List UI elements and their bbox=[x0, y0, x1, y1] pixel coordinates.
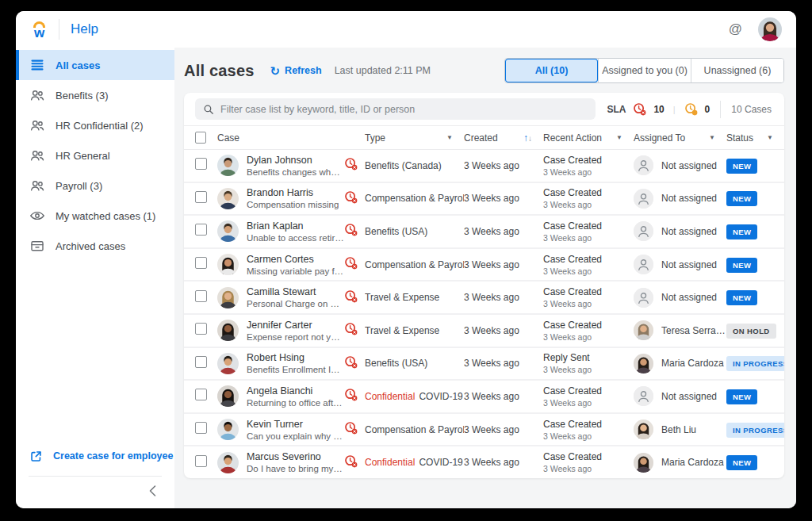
collapse-sidebar-button[interactable] bbox=[16, 485, 174, 497]
people-icon bbox=[29, 147, 45, 163]
sidebar-item-label: All cases bbox=[56, 59, 100, 71]
status-badge: ON HOLD bbox=[726, 324, 776, 339]
employee-avatar bbox=[217, 188, 239, 209]
vertical-divider bbox=[720, 101, 721, 118]
table-row[interactable]: Dylan Johnson Benefits changes when I ge… bbox=[184, 150, 784, 183]
table-row[interactable]: Angela Bianchi Returning to office after… bbox=[184, 381, 784, 414]
sla-missed-icon bbox=[344, 355, 358, 369]
case-subject: Can you explain why my bonus ... bbox=[247, 431, 344, 441]
last-updated-text: Last updated 2:11 PM bbox=[335, 65, 431, 76]
main-area: All cases ↻ Refresh Last updated 2:11 PM… bbox=[174, 48, 796, 508]
sla-separator: | bbox=[672, 105, 677, 114]
created-value: 3 Weeks ago bbox=[464, 457, 543, 468]
case-list-card: SLA 10 | bbox=[184, 93, 784, 478]
column-header-created[interactable]: Created↑↓ bbox=[464, 132, 543, 144]
column-header-case[interactable]: Case bbox=[217, 132, 344, 144]
sidebar-item-my-watched-cases-1[interactable]: My watched cases (1) bbox=[16, 201, 174, 231]
table-row[interactable]: Jennifer Carter Expense report not yet p… bbox=[184, 315, 784, 348]
recent-action: Case Created bbox=[543, 451, 634, 462]
refresh-icon: ↻ bbox=[270, 65, 281, 77]
table-row[interactable]: Camilla Stewart Personal Charge on Credi… bbox=[184, 282, 784, 315]
column-header-type[interactable]: Type▼ bbox=[365, 132, 464, 144]
assignee-avatar bbox=[634, 189, 653, 209]
sla-missed-icon bbox=[344, 157, 358, 170]
row-checkbox[interactable] bbox=[195, 323, 207, 335]
assignee-avatar bbox=[634, 255, 653, 274]
filter-caret-icon[interactable]: ▼ bbox=[616, 134, 622, 141]
profile-avatar[interactable] bbox=[758, 17, 782, 41]
row-checkbox[interactable] bbox=[195, 191, 207, 203]
search-icon bbox=[203, 104, 214, 115]
sidebar-item-hr-confidential-2[interactable]: HR Confidential (2) bbox=[16, 110, 174, 140]
filter-caret-icon[interactable]: ▼ bbox=[767, 134, 773, 141]
employee-name: Kevin Turner bbox=[247, 419, 344, 430]
case-type: Compensation & Payroll bbox=[365, 259, 464, 270]
refresh-button[interactable]: ↻ Refresh bbox=[270, 65, 322, 77]
column-header-recent-action[interactable]: Recent Action▼ bbox=[543, 132, 634, 144]
status-badge: NEW bbox=[726, 455, 757, 470]
row-checkbox[interactable] bbox=[195, 356, 207, 368]
table-row[interactable]: Robert Hsing Benefits Enrollment Issues … bbox=[184, 348, 784, 381]
status-badge: IN PROGRESS bbox=[726, 423, 784, 438]
row-checkbox[interactable] bbox=[195, 290, 207, 302]
assignee-avatar bbox=[634, 419, 653, 439]
recent-action: Reply Sent bbox=[543, 352, 634, 363]
refresh-label: Refresh bbox=[285, 65, 322, 76]
recent-action: Case Created bbox=[543, 254, 634, 265]
sidebar-item-label: Payroll (3) bbox=[56, 180, 102, 192]
assignee-name: Not assigned bbox=[661, 259, 717, 270]
tab-all-10[interactable]: All (10) bbox=[505, 59, 598, 82]
row-checkbox[interactable] bbox=[195, 257, 207, 269]
row-checkbox[interactable] bbox=[195, 455, 207, 467]
search-box[interactable] bbox=[195, 98, 596, 120]
sort-icon[interactable]: ↑↓ bbox=[523, 133, 532, 143]
sidebar-item-payroll-3[interactable]: Payroll (3) bbox=[16, 170, 174, 201]
sidebar-item-label: Benefits (3) bbox=[56, 90, 108, 102]
table-row[interactable]: Brian Kaplan Unable to access retirement… bbox=[184, 216, 784, 249]
filter-caret-icon[interactable]: ▼ bbox=[709, 134, 715, 141]
app-title: Help bbox=[71, 21, 98, 37]
sidebar-item-hr-general[interactable]: HR General bbox=[16, 140, 174, 170]
case-type: Travel & Expense bbox=[365, 325, 439, 336]
recent-action-time: 3 Weeks ago bbox=[543, 365, 634, 374]
employee-name: Robert Hsing bbox=[247, 352, 344, 363]
employee-avatar bbox=[217, 452, 239, 473]
select-all-checkbox[interactable] bbox=[195, 132, 206, 144]
table-row[interactable]: Carmen Cortes Missing variable pay for Q… bbox=[184, 249, 784, 282]
created-value: 3 Weeks ago bbox=[464, 226, 543, 237]
assignee-name: Maria Cardoza bbox=[661, 457, 724, 468]
table-row[interactable]: Brandon Harris Compensation missing Comp… bbox=[184, 183, 784, 216]
mentions-icon[interactable]: @ bbox=[729, 21, 742, 37]
employee-name: Brian Kaplan bbox=[247, 220, 344, 232]
sidebar-divider bbox=[29, 476, 162, 477]
sidebar-item-archived-cases[interactable]: Archived cases bbox=[16, 231, 174, 261]
workday-logo[interactable]: w bbox=[29, 21, 49, 38]
tab-assigned-to-you-0[interactable]: Assigned to you (0) bbox=[598, 59, 691, 82]
column-header-status[interactable]: Status▼ bbox=[726, 132, 784, 144]
recent-action: Case Created bbox=[543, 385, 634, 396]
status-badge: NEW bbox=[726, 258, 757, 273]
case-type: Compensation & Payroll bbox=[365, 424, 464, 435]
sla-missed-icon bbox=[344, 256, 358, 270]
recent-action: Case Created bbox=[543, 320, 634, 331]
assignee-avatar bbox=[634, 320, 653, 340]
column-label: Status bbox=[726, 132, 753, 144]
tab-unassigned-6[interactable]: Unassigned (6) bbox=[691, 59, 783, 82]
row-checkbox[interactable] bbox=[195, 158, 207, 170]
sla-missed-icon bbox=[344, 322, 358, 335]
sidebar-item-label: HR Confidential (2) bbox=[56, 120, 144, 132]
row-checkbox[interactable] bbox=[195, 422, 207, 434]
employee-name: Jennifer Carter bbox=[247, 320, 344, 331]
assignee-name: Not assigned bbox=[661, 292, 717, 303]
sidebar-item-all-cases[interactable]: All cases bbox=[16, 50, 174, 80]
row-checkbox[interactable] bbox=[195, 389, 207, 400]
case-type: Benefits (USA) bbox=[365, 358, 427, 369]
sidebar-item-benefits-3[interactable]: Benefits (3) bbox=[16, 80, 174, 110]
row-checkbox[interactable] bbox=[195, 224, 207, 236]
column-header-assigned-to[interactable]: Assigned To▼ bbox=[634, 132, 726, 144]
case-filter-input[interactable] bbox=[220, 104, 588, 115]
create-case-button[interactable]: Create case for employee bbox=[16, 442, 174, 469]
filter-caret-icon[interactable]: ▼ bbox=[446, 134, 453, 141]
table-row[interactable]: Kevin Turner Can you explain why my bonu… bbox=[184, 414, 784, 447]
table-row[interactable]: Marcus Severino Do I have to bring my ow… bbox=[184, 446, 784, 478]
